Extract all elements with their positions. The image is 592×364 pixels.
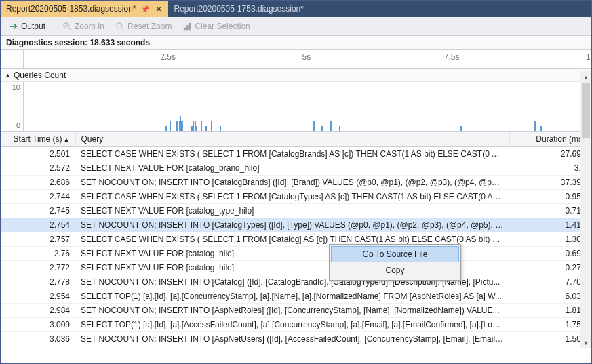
col-query[interactable]: Query: [75, 132, 510, 147]
chart-title-text: Queries Count: [14, 70, 66, 80]
context-copy[interactable]: Copy: [331, 262, 459, 279]
table-row[interactable]: 2.501SELECT CASE WHEN EXISTS ( SELECT 1 …: [1, 147, 591, 161]
query-table-body: 2.501SELECT CASE WHEN EXISTS ( SELECT 1 …: [1, 147, 591, 346]
context-go-to-source[interactable]: Go To Source File: [331, 246, 459, 262]
chart-title-bar[interactable]: ▲ Queries Count: [1, 69, 591, 82]
table-row[interactable]: 2.754SET NOCOUNT ON; INSERT INTO [Catalo…: [1, 218, 591, 232]
cell-query: SELECT TOP(1) [a].[Id], [a].[Concurrency…: [75, 289, 510, 304]
table-row[interactable]: 2.745SELECT NEXT VALUE FOR [catalog_type…: [1, 204, 591, 218]
table-row[interactable]: 3.009SELECT TOP(1) [a].[Id], [a].[Access…: [1, 318, 591, 332]
col-start-time[interactable]: Start Time (s)▲: [1, 132, 75, 147]
tab-label: Report20200505-1853.diagsession*: [6, 4, 136, 14]
cell-query: SET NOCOUNT ON; INSERT INTO [AspNetRoles…: [75, 304, 510, 318]
cell-duration: 0.271: [510, 261, 591, 275]
cell-duration: 0.715: [510, 204, 591, 218]
scroll-up-icon[interactable]: ▲: [580, 71, 591, 83]
cell-duration: 1.501: [510, 332, 591, 346]
cell-duration: 1.419: [510, 218, 591, 232]
cell-duration: 7.701: [510, 275, 591, 289]
cell-query: SELECT NEXT VALUE FOR [catalog_brand_hil…: [75, 161, 510, 176]
chart-bar: [201, 121, 202, 131]
chart-bar: [220, 126, 221, 131]
reset-zoom-icon: [115, 22, 125, 31]
chart-plot-area[interactable]: [24, 82, 591, 131]
toolbar-separator: [54, 20, 54, 33]
cell-duration: 3.5: [510, 161, 591, 176]
cell-duration: 1.303: [510, 232, 591, 247]
y-max-label: 10: [12, 83, 20, 92]
vertical-scrollbar[interactable]: ▲ ▼: [580, 71, 591, 348]
chart-bar: [182, 121, 183, 131]
tab-active[interactable]: Report20200505-1853.diagsession* 📌 ✕: [1, 1, 168, 17]
chart-bar: [211, 121, 212, 131]
chart-section: ▲ Queries Count 10 0: [1, 69, 591, 132]
timeline-tick-label: 5s: [302, 52, 311, 62]
clear-selection-icon: [182, 22, 192, 31]
cell-start-time: 2.954: [1, 289, 75, 304]
clear-selection-label: Clear Selection: [195, 22, 250, 31]
timeline-ruler[interactable]: 2.5s5s7.5s10s: [1, 50, 591, 69]
cell-query: SET NOCOUNT ON; INSERT INTO [AspNetUsers…: [75, 332, 510, 346]
cell-query: SELECT NEXT VALUE FOR [catalog_type_hilo…: [75, 204, 510, 218]
collapse-icon[interactable]: ▲: [5, 72, 11, 79]
table-row[interactable]: 3.036SET NOCOUNT ON; INSERT INTO [AspNet…: [1, 332, 591, 346]
cell-duration: 6.036: [510, 289, 591, 304]
toolbar: Output Zoom In Reset Zoom Clear Selectio…: [1, 17, 591, 36]
tab-inactive[interactable]: Report20200505-1753.diagsession*: [168, 1, 309, 17]
chart-bar: [460, 126, 462, 131]
cell-query: SELECT TOP(1) [a].[Id], [a].[AccessFaile…: [75, 318, 510, 332]
chart-bar: [330, 121, 332, 131]
cell-query: SELECT CASE WHEN EXISTS ( SELECT 1 FROM …: [75, 147, 510, 161]
cell-start-time: 2.745: [1, 204, 75, 218]
table-row[interactable]: 2.572SELECT NEXT VALUE FOR [catalog_bran…: [1, 161, 591, 176]
scroll-down-icon[interactable]: ▼: [580, 337, 591, 348]
output-label: Output: [21, 22, 45, 31]
chart-bar: [176, 121, 178, 131]
arrow-right-icon: [9, 22, 18, 31]
chart-bar: [540, 126, 542, 131]
table-row[interactable]: 2.744SELECT CASE WHEN EXISTS ( SELECT 1 …: [1, 190, 591, 204]
query-table: Start Time (s)▲ Query Duration (ms) 2.50…: [1, 132, 591, 346]
svg-rect-4: [189, 22, 191, 30]
cell-duration: 27.691: [510, 147, 591, 161]
zoom-in-label: Zoom In: [75, 22, 104, 31]
output-button[interactable]: Output: [5, 20, 50, 33]
cell-query: SET NOCOUNT ON; INSERT INTO [CatalogType…: [75, 218, 510, 232]
timeline-tick-label: 2.5s: [160, 52, 176, 62]
chart-y-axis: 10 0: [1, 82, 24, 131]
cell-start-time: 3.036: [1, 332, 75, 346]
table-row[interactable]: 2.984SET NOCOUNT ON; INSERT INTO [AspNet…: [1, 304, 591, 318]
cell-duration: 1.818: [510, 304, 591, 318]
clear-selection-button: Clear Selection: [178, 20, 254, 33]
svg-rect-3: [186, 25, 189, 30]
cell-duration: 37.395: [510, 176, 591, 190]
cell-start-time: 2.984: [1, 304, 75, 318]
reset-zoom-button: Reset Zoom: [111, 20, 176, 33]
reset-zoom-label: Reset Zoom: [127, 22, 172, 31]
table-row[interactable]: 2.954SELECT TOP(1) [a].[Id], [a].[Concur…: [1, 289, 591, 304]
cell-start-time: 2.772: [1, 261, 75, 275]
timeline-tick-label: 10s: [586, 52, 592, 62]
tab-strip: Report20200505-1853.diagsession* 📌 ✕ Rep…: [1, 1, 591, 17]
scrollbar-thumb[interactable]: [582, 83, 590, 138]
cell-start-time: 2.757: [1, 232, 75, 247]
col-duration[interactable]: Duration (ms): [510, 132, 591, 147]
close-icon[interactable]: ✕: [155, 5, 163, 13]
table-row[interactable]: 2.757SELECT CASE WHEN EXISTS ( SELECT 1 …: [1, 232, 591, 247]
chart-bar: [196, 126, 197, 131]
pin-icon[interactable]: 📌: [140, 5, 151, 13]
table-row[interactable]: 2.778SET NOCOUNT ON; INSERT INTO [Catalo…: [1, 275, 591, 289]
table-row[interactable]: 2.772SELECT NEXT VALUE FOR [catalog_hilo…: [1, 261, 591, 275]
cell-start-time: 2.76: [1, 247, 75, 261]
zoom-in-button: Zoom In: [58, 20, 108, 33]
cell-duration: 0.953: [510, 190, 591, 204]
query-table-wrap: Start Time (s)▲ Query Duration (ms) 2.50…: [1, 132, 591, 348]
sort-asc-icon: ▲: [64, 136, 70, 143]
table-row[interactable]: 2.76SELECT NEXT VALUE FOR [catalog_hilo]…: [1, 247, 591, 261]
session-duration: 18.633 seconds: [90, 38, 150, 47]
table-row[interactable]: 2.686SET NOCOUNT ON; INSERT INTO [Catalo…: [1, 176, 591, 190]
cell-query: SET NOCOUNT ON; INSERT INTO [CatalogBran…: [75, 176, 510, 190]
cell-start-time: 3.009: [1, 318, 75, 332]
col-start-time-label: Start Time (s): [14, 134, 62, 144]
svg-point-1: [117, 22, 122, 28]
